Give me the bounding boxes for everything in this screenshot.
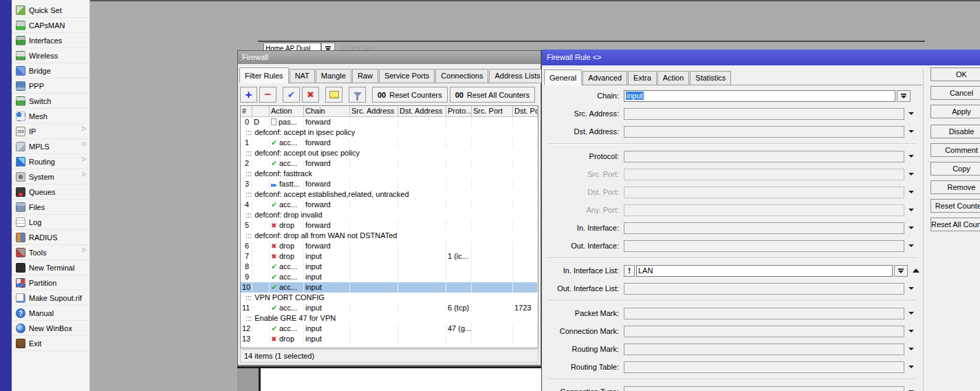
comment-row[interactable]: :::defconf: drop invalid [241, 210, 538, 220]
combo-list-button[interactable] [897, 90, 911, 102]
firewall-tab[interactable]: Connections [435, 69, 488, 83]
combo-field[interactable] [624, 108, 904, 120]
dialog-button[interactable]: OK [930, 67, 980, 81]
comment-row[interactable]: :::defconf: drop all from WAN not DSTNAT… [241, 231, 538, 241]
col-dst-port[interactable]: Dst. Por [513, 106, 538, 116]
dialog-titlebar[interactable]: Firewall Rule <> [542, 50, 980, 65]
dialog-tab[interactable]: General [544, 70, 582, 85]
comment-row[interactable]: :::defconf: accept in ipsec policy [241, 127, 538, 138]
combo-arrow-icon[interactable] [908, 155, 914, 158]
combo-arrow-icon[interactable] [908, 244, 914, 247]
combo-field[interactable] [624, 187, 904, 198]
sidebar-item[interactable]: Quick Set [12, 3, 89, 18]
comment-row[interactable]: :::defconf: accept established,related, … [241, 189, 538, 200]
dialog-button[interactable]: Comment [930, 143, 980, 157]
col-chain[interactable]: Chain [304, 106, 350, 116]
sidebar-item[interactable]: CAPsMAN [12, 18, 89, 33]
table-row[interactable]: 12 acc... input 47 (g... [241, 324, 538, 334]
sidebar-item[interactable]: Files [12, 200, 89, 215]
comment-row[interactable]: :::defconf: fasttrack [241, 169, 538, 179]
dialog-button[interactable]: Remove [930, 180, 980, 194]
sidebar-item[interactable]: Bridge [12, 63, 89, 78]
dialog-button[interactable]: Reset Counters [930, 199, 980, 213]
comment-row[interactable]: :::Enable GRE 47 for VPN [241, 313, 538, 324]
col-src-port[interactable]: Src. Port [472, 106, 513, 116]
dialog-tab[interactable]: Advanced [582, 71, 627, 85]
dialog-button[interactable]: Disable [930, 125, 980, 138]
table-row[interactable]: 8 acc... input [241, 262, 538, 272]
table-row[interactable]: 5 drop forward [241, 220, 538, 231]
combo-arrow-icon[interactable] [908, 366, 914, 368]
table-row[interactable]: 7 drop input 1 (ic... [241, 251, 538, 262]
sidebar-item[interactable]: Interfaces [12, 33, 89, 48]
reset-all-counters-button[interactable]: 00Reset All Counters [450, 87, 535, 103]
sidebar-item[interactable]: Exit [12, 336, 89, 351]
col-flag[interactable] [252, 106, 270, 116]
sidebar-item[interactable]: Routing ▷ [12, 154, 89, 169]
negate-button[interactable]: ! [624, 265, 635, 277]
combo-field[interactable] [624, 151, 904, 162]
chain-input[interactable]: input [624, 90, 895, 102]
combo-field[interactable] [624, 204, 904, 216]
combo-field[interactable] [624, 308, 904, 319]
combo-field[interactable] [624, 240, 904, 252]
sidebar-item[interactable]: Partition [12, 275, 89, 290]
sidebar-item[interactable]: PPP [12, 78, 89, 94]
table-row[interactable]: 2 acc... forward [241, 158, 538, 169]
table-row[interactable]: 9 acc... input [241, 272, 538, 282]
combo-arrow-icon[interactable] [908, 191, 914, 193]
firewall-tab[interactable]: NAT [290, 69, 315, 83]
combo-field[interactable] [624, 283, 904, 295]
combo-field[interactable] [624, 169, 904, 180]
table-row[interactable]: 10 acc... input [241, 282, 538, 293]
combo-arrow-icon[interactable] [908, 226, 914, 229]
sidebar-item[interactable]: Switch [12, 94, 89, 109]
sidebar-item[interactable]: Queues [12, 184, 89, 200]
dialog-tab[interactable]: Extra [628, 71, 657, 85]
col-num[interactable]: # [241, 106, 252, 116]
table-row[interactable]: 1 acc... forward [241, 138, 538, 148]
col-src-address[interactable]: Src. Address [350, 106, 398, 116]
table-row[interactable]: 6 drop forward [241, 241, 538, 251]
sidebar-item[interactable]: New WinBox [12, 321, 89, 336]
filter-button[interactable] [349, 87, 366, 103]
combo-field[interactable] [624, 344, 904, 355]
firewall-tab[interactable]: Mangle [316, 69, 351, 83]
combo-arrow-icon[interactable] [908, 130, 914, 133]
combo-arrow-icon[interactable] [908, 112, 914, 115]
firewall-tab[interactable]: Service Ports [379, 69, 435, 83]
combo-field[interactable] [624, 126, 904, 138]
combo-list-button[interactable] [894, 265, 908, 277]
combo-arrow-icon[interactable] [908, 173, 914, 176]
sidebar-item[interactable]: Mesh [12, 109, 89, 124]
dialog-tab[interactable]: Action [657, 71, 690, 85]
sidebar-item[interactable]: RADIUS [12, 230, 89, 245]
col-dst-address[interactable]: Dst. Address [398, 106, 446, 116]
combo-field[interactable] [624, 326, 904, 337]
firewall-window-titlebar[interactable]: Firewall [238, 51, 541, 64]
dialog-button[interactable]: Apply [930, 105, 980, 118]
combo-arrow-icon[interactable] [908, 287, 914, 290]
iface-list-field[interactable]: LAN [636, 265, 893, 277]
sidebar-item[interactable]: System ▷ [12, 169, 89, 184]
comment-row[interactable]: :::defconf: accept out ipsec policy [241, 148, 538, 158]
sidebar-item[interactable]: MPLS ▷ [12, 139, 89, 154]
combo-arrow-icon[interactable] [908, 209, 914, 211]
firewall-tab[interactable]: Filter Rules [239, 67, 289, 83]
sidebar-item[interactable]: Tools ▷ [12, 245, 89, 260]
enable-rule-button[interactable]: ✔ [283, 87, 300, 103]
dialog-button[interactable]: Cancel [930, 86, 980, 100]
comment-row[interactable]: :::VPN PORT CONFIG [241, 293, 538, 303]
table-row[interactable]: 4 acc... forward [241, 200, 538, 210]
table-row[interactable]: 0 D pas... forward [241, 117, 538, 127]
combo-arrow-icon[interactable] [908, 312, 914, 315]
combo-field[interactable] [624, 222, 904, 234]
combo-field[interactable] [624, 386, 904, 391]
add-rule-button[interactable]: + [240, 87, 257, 103]
sidebar-item[interactable]: Log [12, 215, 89, 230]
dialog-button[interactable]: Reset All Counters [930, 218, 980, 231]
disable-rule-button[interactable]: ✖ [302, 87, 319, 103]
col-action[interactable]: Action [270, 106, 304, 116]
firewall-tab[interactable]: Raw [352, 69, 378, 83]
firewall-tab[interactable]: Address Lists [489, 69, 545, 83]
